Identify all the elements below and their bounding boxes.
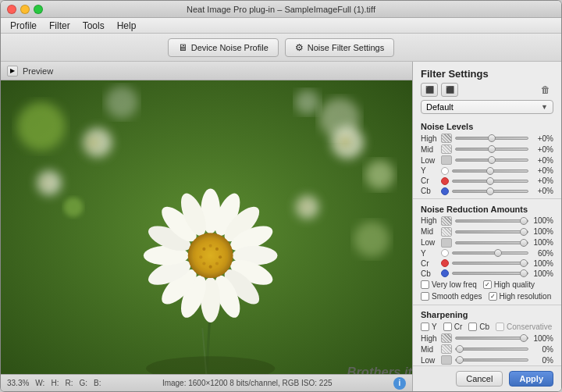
noise-level-y-row: Y +0% (413, 166, 561, 176)
nr-cr-value: 100% (532, 259, 553, 268)
menu-help[interactable]: Help (111, 19, 143, 33)
smooth-edges-label: Smooth edges (432, 292, 482, 301)
close-button[interactable] (7, 5, 16, 14)
nr-cb-label: Cb (421, 269, 438, 278)
very-low-freq-group: Very low freq (421, 280, 477, 289)
sharp-high-slider[interactable] (455, 337, 528, 340)
checkbox-row-2: Smooth edges High resolution (413, 290, 561, 302)
image-area: Brothers.it (1, 80, 412, 374)
svg-point-13 (340, 137, 350, 146)
cancel-button[interactable]: Cancel (456, 371, 503, 387)
noise-y-slider[interactable] (452, 169, 528, 173)
sharp-y-group: Y (421, 323, 437, 331)
filter-settings-title: Filter Settings (413, 62, 561, 83)
sharp-cb-label: Cb (479, 323, 489, 331)
noise-mid-icon (441, 144, 452, 154)
noise-levels-title: Noise Levels (413, 119, 561, 133)
filter-settings-panel: Filter Settings ⬛ ⬛ 🗑 Default ▼ Noise Le… (413, 62, 561, 391)
preview-header: ▶ Preview (1, 62, 412, 80)
maximize-button[interactable] (34, 5, 43, 14)
noise-low-icon (441, 155, 452, 165)
noise-high-label: High (421, 134, 438, 143)
svg-point-40 (219, 255, 222, 258)
nr-cb-slider[interactable] (452, 272, 528, 275)
nr-low-row: Low 100% (413, 237, 561, 248)
zoom-level: 33.3% (7, 379, 29, 387)
svg-point-43 (215, 262, 219, 265)
nr-high-value: 100% (532, 216, 553, 225)
sharp-cr-group: Cr (443, 323, 463, 331)
smooth-edges-checkbox[interactable] (421, 292, 429, 301)
delete-preset-button[interactable]: 🗑 (538, 83, 553, 97)
preset-icon-1[interactable]: ⬛ (421, 83, 438, 97)
sharpening-title: Sharpening (413, 307, 561, 321)
high-resolution-checkbox[interactable] (489, 292, 497, 301)
sharp-high-value: 100% (532, 334, 553, 343)
preset-name: Default (426, 102, 454, 112)
b-label: B: (94, 379, 101, 387)
smooth-edges-group: Smooth edges (421, 292, 482, 301)
preview-panel: ▶ Preview (1, 62, 413, 391)
noise-high-icon (441, 134, 452, 143)
menu-bar: Profile Filter Tools Help (1, 18, 561, 34)
nr-cr-slider[interactable] (452, 262, 528, 265)
noise-cr-icon (441, 177, 449, 185)
very-low-freq-checkbox[interactable] (421, 280, 429, 289)
apply-button[interactable]: Apply (509, 371, 553, 387)
nr-cb-icon (441, 269, 449, 277)
preset-dropdown[interactable]: Default ▼ (421, 100, 553, 114)
svg-point-37 (209, 244, 212, 248)
nr-high-row: High 100% (413, 216, 561, 226)
sharp-y-checkbox[interactable] (421, 323, 429, 331)
sharp-conservative-checkbox[interactable] (496, 323, 504, 331)
nr-mid-slider[interactable] (455, 230, 528, 233)
svg-point-41 (202, 262, 205, 265)
sharp-cr-label: Cr (454, 323, 463, 331)
noise-y-label: Y (421, 166, 438, 175)
sharp-high-row: High 100% (413, 333, 561, 344)
svg-point-42 (209, 265, 212, 269)
nr-low-slider[interactable] (455, 241, 528, 244)
high-resolution-group: High resolution (489, 292, 552, 301)
noise-mid-slider[interactable] (455, 148, 528, 151)
high-quality-checkbox[interactable] (483, 280, 492, 289)
sharp-cr-checkbox[interactable] (443, 323, 452, 331)
noise-cb-slider[interactable] (452, 190, 528, 193)
sharp-low-value: 0% (532, 356, 553, 365)
window-title: Neat Image Pro plug-in – SampleImageFull… (187, 5, 375, 14)
nr-mid-row: Mid 100% (413, 226, 561, 237)
sharp-mid-label: Mid (421, 345, 438, 354)
svg-point-4 (365, 160, 394, 189)
noise-y-icon (441, 167, 449, 175)
nr-y-slider[interactable] (452, 251, 528, 255)
noise-cb-label: Cb (421, 187, 438, 195)
noise-low-slider[interactable] (455, 159, 528, 162)
preset-icon-2-glyph: ⬛ (446, 86, 454, 94)
sharp-low-slider[interactable] (455, 358, 528, 362)
minimize-button[interactable] (20, 5, 30, 14)
nr-mid-label: Mid (421, 227, 438, 236)
sharp-cb-checkbox[interactable] (468, 323, 477, 331)
noise-level-cr-row: Cr +0% (413, 176, 561, 186)
noise-high-slider[interactable] (455, 137, 528, 140)
menu-profile[interactable]: Profile (4, 19, 43, 33)
nr-low-icon (441, 238, 452, 248)
noise-cr-slider[interactable] (452, 180, 528, 183)
preset-icon-2[interactable]: ⬛ (441, 83, 458, 97)
nr-high-slider[interactable] (455, 219, 528, 223)
sharp-conservative-label: Conservative (507, 323, 552, 331)
sharp-y-label: Y (432, 323, 437, 331)
info-button[interactable]: i (393, 377, 406, 390)
noise-cb-icon (441, 187, 449, 195)
preview-play-button[interactable]: ▶ (7, 66, 18, 77)
menu-tools[interactable]: Tools (76, 19, 111, 33)
preview-image: Brothers.it (1, 80, 412, 374)
device-noise-profile-button[interactable]: 🖥 Device Noise Profile (168, 38, 279, 57)
sharp-mid-row: Mid 0% (413, 344, 561, 355)
menu-filter[interactable]: Filter (43, 19, 76, 33)
nr-cr-row: Cr 100% (413, 258, 561, 269)
sharp-mid-slider[interactable] (455, 347, 528, 351)
noise-filter-settings-button[interactable]: ⚙ Noise Filter Settings (285, 38, 394, 57)
noise-mid-value: +0% (532, 145, 553, 154)
noise-cr-value: +0% (532, 176, 553, 185)
